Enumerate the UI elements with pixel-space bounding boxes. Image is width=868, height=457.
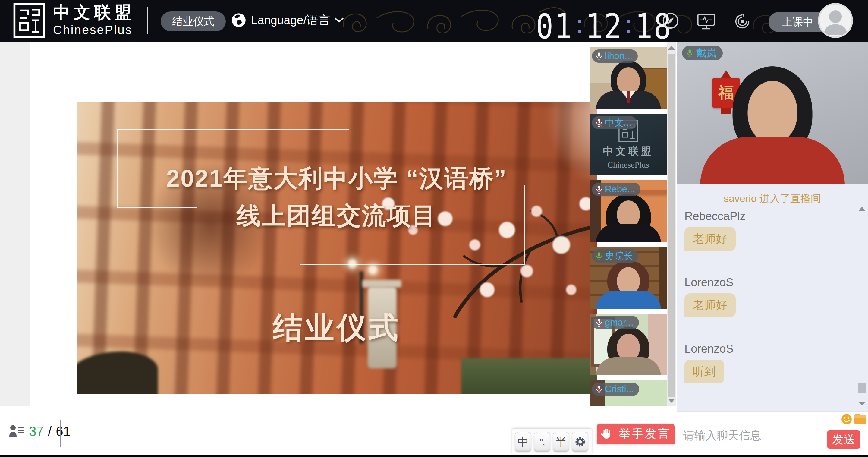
mic-muted-icon — [595, 385, 603, 394]
chat-scrollbar-thumb[interactable] — [858, 383, 866, 393]
chat-bubble: 老师好 — [684, 293, 736, 317]
bottom-toolbar: 37 / 61 中 °, 半 — [0, 406, 677, 455]
participant-silhouette — [595, 261, 661, 309]
brand-logo: 中文联盟 ChinesePlus — [11, 2, 135, 38]
record-target-icon[interactable] — [734, 13, 750, 30]
participant-name-pill: Cristi... — [592, 383, 639, 396]
participant-name: lihon... — [605, 51, 632, 61]
clock-hours: 01 — [536, 7, 573, 42]
slide-title-line1: 2021年意大利中小学 “汉语桥” — [76, 160, 597, 197]
chat-username: LorenzoS — [684, 342, 868, 356]
language-label: Language/语言 — [251, 12, 330, 28]
emoji-icon[interactable] — [841, 414, 852, 425]
brand-name-zh: 中文联盟 — [53, 2, 135, 22]
participant-video-cristi[interactable]: Cristi... — [590, 380, 667, 406]
frame-line — [300, 264, 525, 265]
chat-input[interactable] — [683, 427, 813, 444]
participant-video-shi[interactable]: 史院长 — [590, 247, 667, 309]
chat-bubble: 听到 — [684, 360, 724, 384]
mic-muted-icon — [595, 119, 603, 127]
participants-icon — [8, 424, 25, 439]
slide: 2021年意大利中小学 “汉语桥” 线上团组交流项目 结业仪式 — [76, 102, 597, 394]
mic-icon — [595, 252, 603, 261]
clock-colon — [578, 20, 581, 33]
monitor-stats-icon[interactable] — [697, 13, 715, 30]
language-menu[interactable]: Language/语言 — [230, 12, 344, 28]
participant-name: 中文... — [605, 116, 631, 129]
teacher-name-pill: 戴岚 — [682, 46, 723, 60]
participant-name: 史院长 — [605, 250, 633, 262]
raise-hand-button[interactable]: 举手发言 — [597, 424, 675, 444]
participant-name-pill: Rebe... — [592, 183, 641, 196]
ime-toolbar: 中 °, 半 — [513, 429, 592, 455]
slide-title: 2021年意大利中小学 “汉语桥” 线上团组交流项目 — [76, 160, 597, 235]
participant-name: Rebe... — [605, 184, 635, 195]
chat-message-list: RebeccaPlz老师好LorenzoS老师好LorenzoS听到saveri… — [677, 210, 868, 412]
chat-message: saverio我听得了 — [684, 409, 868, 412]
participant-name-pill: 史院长 — [592, 249, 638, 263]
chat-username: LorenzoS — [684, 276, 868, 289]
participant-video-lihon[interactable]: lihon... — [590, 47, 667, 109]
participant-video-rebe[interactable]: Rebe... — [590, 180, 667, 242]
chat-scroll-down-arrow-icon[interactable] — [858, 401, 866, 406]
ime-width-toggle-button[interactable]: 半 — [553, 432, 569, 452]
window-bottom-edge — [0, 455, 868, 457]
participant-video-zhongwen[interactable]: 中文联盟ChinesePlus中文... — [590, 114, 667, 176]
image-folder-icon[interactable] — [854, 413, 867, 425]
compass-icon[interactable] — [662, 12, 679, 30]
ime-settings-button[interactable] — [572, 432, 588, 452]
ime-language-toggle-button[interactable]: 中 — [515, 432, 531, 452]
teacher-video[interactable]: 福 戴岚 — [677, 42, 868, 184]
header-bar: 中文联盟 ChinesePlus 结业仪式 Language/语言 01 12 … — [0, 0, 868, 42]
globe-icon — [230, 12, 247, 28]
chat-message: LorenzoS老师好 — [684, 276, 868, 317]
send-button[interactable]: 发送 — [827, 430, 860, 449]
participant-silhouette — [595, 61, 661, 109]
participant-silhouette — [595, 194, 661, 242]
chat-username: saverio — [684, 409, 868, 412]
hedge — [461, 358, 597, 394]
teacher-silhouette — [694, 66, 851, 184]
participant-name-pill: lihon... — [592, 50, 638, 63]
chat-input-area: 发送 — [677, 412, 868, 455]
chevron-down-icon — [334, 17, 344, 23]
brand-name-en: ChinesePlus — [607, 160, 649, 170]
presentation-area: 2021年意大利中小学 “汉语桥” 线上团组交流项目 结业仪式 — [31, 42, 588, 406]
participant-silhouette — [595, 327, 661, 375]
session-clock: 01 12 18 — [536, 7, 673, 42]
chat-bubble: 老师好 — [684, 227, 736, 251]
live-classroom-app: 中文联盟 ChinesePlus 结业仪式 Language/语言 01 12 … — [0, 0, 868, 457]
brand-name: 中文联盟 ChinesePlus — [53, 2, 135, 38]
clock-minutes: 12 — [586, 7, 623, 42]
chat-system-message: saverio 进入了直播间 — [677, 192, 868, 206]
participant-video-list: lihon...中文联盟ChinesePlus中文...Rebe...史院长gm… — [590, 47, 667, 406]
teacher-name: 戴岚 — [696, 46, 717, 60]
participant-name: gmar... — [605, 317, 633, 328]
scroll-down-arrow-icon[interactable] — [668, 398, 675, 403]
mic-icon — [595, 52, 603, 61]
participant-list-scrollbar[interactable] — [667, 42, 676, 406]
ime-punctuation-toggle-button[interactable]: °, — [534, 432, 550, 452]
frame-line — [117, 129, 349, 130]
mic-icon — [686, 49, 694, 58]
right-panel: 福 戴岚 saverio 进入了直播间 RebeccaPlz老师好Lorenzo… — [677, 42, 868, 455]
participant-name-pill: 中文... — [592, 116, 637, 129]
participant-count: 37 / 61 — [8, 424, 70, 439]
chat-username: RebeccaPlz — [684, 210, 868, 223]
slide-subtitle: 结业仪式 — [76, 308, 597, 348]
left-gutter — [0, 42, 30, 406]
participant-video-gmar[interactable]: gmar... — [590, 313, 667, 375]
chat-panel: saverio 进入了直播间 RebeccaPlz老师好LorenzoS老师好L… — [677, 184, 868, 412]
scroll-up-arrow-icon[interactable] — [668, 46, 675, 50]
chat-scroll-up-arrow-icon[interactable] — [858, 207, 866, 211]
toolbar-divider — [60, 420, 61, 447]
clock-colon — [627, 20, 630, 33]
scrollbar-thumb[interactable] — [668, 54, 675, 397]
gear-icon — [574, 436, 586, 448]
tree-silhouette — [76, 352, 158, 394]
header-divider — [147, 7, 148, 34]
avatar[interactable] — [818, 3, 853, 38]
session-title-button[interactable]: 结业仪式 — [161, 11, 226, 31]
raise-hand-label: 举手发言 — [619, 426, 671, 442]
raised-hand-icon — [601, 428, 612, 439]
